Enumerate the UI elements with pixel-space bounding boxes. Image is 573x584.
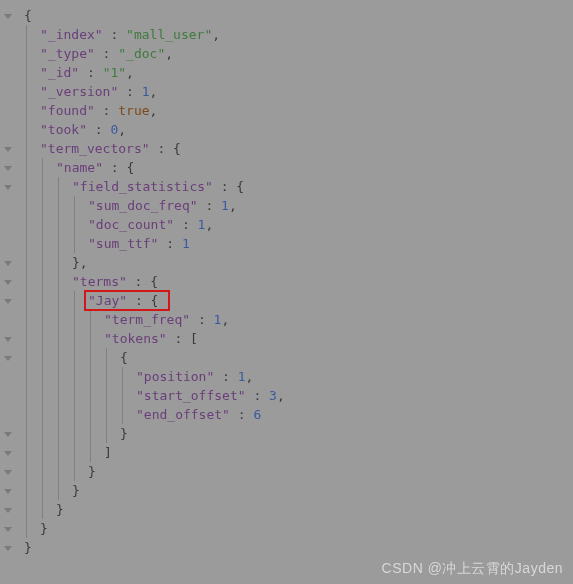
fold-triangle-icon[interactable] (4, 185, 12, 190)
token-punc: : [ (167, 331, 198, 346)
indent-guide (26, 462, 27, 481)
token-num: 1 (238, 369, 246, 384)
indent-guide (106, 424, 107, 443)
indent-guide (26, 272, 27, 291)
token-punc: : (103, 27, 126, 42)
indent-guide (26, 196, 27, 215)
indent-guide (42, 367, 43, 386)
fold-gutter[interactable] (0, 348, 16, 367)
fold-triangle-icon[interactable] (4, 451, 12, 456)
code-line: "start_offset" : 3, (0, 386, 573, 405)
fold-gutter[interactable] (0, 519, 16, 538)
fold-gutter[interactable] (0, 291, 16, 310)
line-content: "position" : 1, (16, 367, 253, 386)
line-content: } (16, 519, 48, 538)
indent-guide (26, 424, 27, 443)
token-key: "start_offset" (136, 388, 246, 403)
fold-gutter[interactable] (0, 272, 16, 291)
fold-triangle-icon[interactable] (4, 337, 12, 342)
code-line: } (0, 481, 573, 500)
indent-guide (42, 177, 43, 196)
token-punc: : (95, 46, 118, 61)
token-punc: , (150, 103, 158, 118)
token-punc: : (158, 236, 181, 251)
token-num: 6 (253, 407, 261, 422)
line-content: "_type" : "_doc", (16, 44, 173, 63)
line-content: } (16, 500, 64, 519)
indent-guide (26, 519, 27, 538)
token-num: 3 (269, 388, 277, 403)
fold-gutter[interactable] (0, 139, 16, 158)
code-line: ] (0, 443, 573, 462)
token-key: "found" (40, 103, 95, 118)
indent-guide (90, 405, 91, 424)
indent-guide (74, 462, 75, 481)
fold-gutter[interactable] (0, 158, 16, 177)
token-punc: { (120, 350, 128, 365)
fold-gutter[interactable] (0, 6, 16, 25)
line-content: "name" : { (16, 158, 134, 177)
token-punc: : (230, 407, 253, 422)
indent-guide (58, 253, 59, 272)
fold-triangle-icon[interactable] (4, 280, 12, 285)
code-line: } (0, 500, 573, 519)
fold-triangle-icon[interactable] (4, 527, 12, 532)
fold-gutter[interactable] (0, 253, 16, 272)
code-line: "end_offset" : 6 (0, 405, 573, 424)
code-line: } (0, 519, 573, 538)
fold-gutter[interactable] (0, 329, 16, 348)
token-punc: , (126, 65, 134, 80)
indent-guide (90, 386, 91, 405)
token-punc: : (95, 103, 118, 118)
fold-triangle-icon[interactable] (4, 356, 12, 361)
token-key: "terms" (72, 274, 127, 289)
code-line: { (0, 6, 573, 25)
token-punc: } (56, 502, 64, 517)
fold-triangle-icon[interactable] (4, 14, 12, 19)
indent-guide (58, 443, 59, 462)
fold-triangle-icon[interactable] (4, 508, 12, 513)
watermark-text: CSDN @冲上云霄的Jayden (382, 559, 563, 578)
token-key: "name" (56, 160, 103, 175)
indent-guide (26, 405, 27, 424)
indent-guide (74, 424, 75, 443)
token-key: "term_vectors" (40, 141, 150, 156)
fold-gutter[interactable] (0, 424, 16, 443)
indent-guide (74, 234, 75, 253)
indent-guide (26, 310, 27, 329)
code-line: "Jay" : { (0, 291, 573, 310)
fold-gutter[interactable] (0, 481, 16, 500)
indent-guide (26, 443, 27, 462)
fold-triangle-icon[interactable] (4, 546, 12, 551)
indent-guide (90, 348, 91, 367)
token-num: 1 (142, 84, 150, 99)
indent-guide (42, 291, 43, 310)
line-content: "sum_doc_freq" : 1, (16, 196, 237, 215)
line-content: "field_statistics" : { (16, 177, 244, 196)
fold-triangle-icon[interactable] (4, 489, 12, 494)
line-content: "_id" : "1", (16, 63, 134, 82)
line-content: } (16, 462, 96, 481)
fold-triangle-icon[interactable] (4, 261, 12, 266)
indent-guide (26, 500, 27, 519)
fold-triangle-icon[interactable] (4, 470, 12, 475)
fold-gutter[interactable] (0, 538, 16, 557)
indent-guide (26, 481, 27, 500)
indent-guide (58, 177, 59, 196)
fold-gutter[interactable] (0, 177, 16, 196)
code-line: "term_freq" : 1, (0, 310, 573, 329)
fold-triangle-icon[interactable] (4, 166, 12, 171)
fold-gutter[interactable] (0, 462, 16, 481)
fold-gutter[interactable] (0, 443, 16, 462)
indent-guide (42, 481, 43, 500)
token-punc: : { (127, 293, 158, 308)
fold-triangle-icon[interactable] (4, 299, 12, 304)
indent-guide (26, 82, 27, 101)
indent-guide (90, 310, 91, 329)
indent-guide (42, 215, 43, 234)
fold-triangle-icon[interactable] (4, 432, 12, 437)
indent-guide (26, 367, 27, 386)
indent-guide (90, 367, 91, 386)
fold-triangle-icon[interactable] (4, 147, 12, 152)
fold-gutter[interactable] (0, 500, 16, 519)
